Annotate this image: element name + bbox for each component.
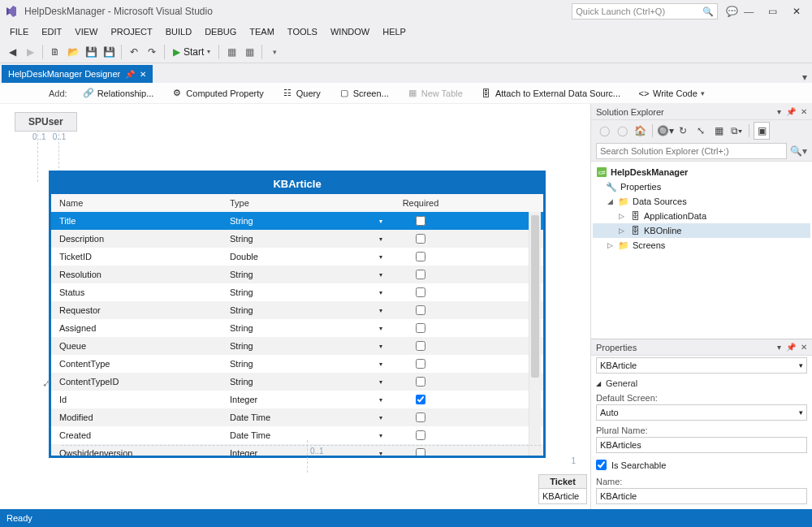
cell-required[interactable] [392, 341, 449, 351]
required-checkbox[interactable] [416, 413, 425, 422]
entity-row[interactable]: StatusString▾ [51, 283, 543, 301]
panel-menu-icon[interactable]: ▾ [777, 107, 781, 116]
type-dropdown-icon[interactable]: ▾ [379, 289, 392, 296]
entity-ticket[interactable]: Ticket KBArticle [538, 474, 587, 504]
properties-icon[interactable]: ⧉▾ [728, 122, 745, 140]
quick-launch-input[interactable]: Quick Launch (Ctrl+Q) 🔍 [572, 3, 718, 19]
close-button[interactable]: ✕ [786, 6, 807, 18]
required-checkbox[interactable] [416, 341, 425, 351]
screen2-icon[interactable]: ▦ [240, 43, 258, 61]
cmd-attach-external[interactable]: 🗄 Attach to External Data Sourc... [473, 85, 628, 102]
nav-forward-icon[interactable]: ▶ [21, 43, 39, 61]
collapse-icon[interactable]: ⤡ [693, 122, 709, 140]
tree-expand-icon[interactable]: ▷ [606, 241, 615, 249]
tree-application-data[interactable]: ▷ 🗄 ApplicationData [593, 209, 810, 223]
panel-menu-icon[interactable]: ▾ [777, 343, 781, 352]
tab-overflow-icon[interactable]: ▾ [802, 71, 812, 83]
entity-row[interactable]: OwshiddenversionInteger▾ [51, 444, 543, 456]
cell-required[interactable] [392, 359, 449, 369]
entity-kbarticle[interactable]: KBArticle Name Type Required TitleString… [49, 171, 546, 458]
entity-row[interactable]: ModifiedDate Time▾ [51, 408, 543, 426]
tab-close-icon[interactable]: ✕ [140, 70, 146, 79]
sync-icon[interactable]: 🔘▾ [657, 122, 673, 140]
cmd-write-code[interactable]: <> Write Code ▾ [631, 85, 712, 102]
menu-help[interactable]: HELP [376, 24, 412, 39]
save-icon[interactable]: 💾 [82, 43, 100, 61]
is-searchable-checkbox[interactable] [596, 460, 607, 470]
required-checkbox[interactable] [416, 216, 425, 226]
show-all-icon[interactable]: ▦ [710, 122, 727, 140]
tree-properties[interactable]: 🔧 Properties [593, 179, 810, 194]
panel-close-icon[interactable]: ✕ [801, 343, 807, 352]
is-searchable-row[interactable]: Is Searchable [596, 460, 807, 470]
type-dropdown-icon[interactable]: ▾ [379, 396, 392, 404]
required-checkbox[interactable] [416, 395, 425, 404]
cloud-icon[interactable]: ▾ [266, 43, 283, 61]
required-checkbox[interactable] [416, 305, 425, 315]
menu-view[interactable]: VIEW [68, 24, 104, 39]
plural-name-input[interactable]: KBArticles [596, 437, 807, 453]
tree-expand-icon[interactable]: ▷ [617, 227, 626, 235]
entity-spuser[interactable]: SPUser [15, 112, 77, 132]
menu-tools[interactable]: TOOLS [281, 24, 324, 39]
type-dropdown-icon[interactable]: ▾ [379, 361, 392, 368]
required-checkbox[interactable] [416, 430, 425, 440]
open-icon[interactable]: 📂 [64, 43, 82, 61]
pin-icon[interactable]: 📌 [786, 107, 796, 116]
type-dropdown-icon[interactable]: ▾ [379, 271, 392, 279]
save-all-icon[interactable]: 💾 [100, 43, 118, 61]
cell-required[interactable] [392, 323, 449, 333]
type-dropdown-icon[interactable]: ▾ [379, 235, 392, 243]
cell-required[interactable] [392, 305, 449, 315]
required-checkbox[interactable] [416, 448, 425, 456]
start-button[interactable]: ▶ Start ▾ [168, 46, 215, 58]
tree-expand-icon[interactable]: ◢ [606, 197, 615, 205]
tree-screens[interactable]: ▷ 📁 Screens [593, 238, 810, 253]
type-dropdown-icon[interactable]: ▾ [379, 307, 392, 314]
cell-required[interactable] [392, 234, 449, 244]
entity-row[interactable]: RequestorString▾ [51, 301, 543, 319]
nav-back-icon[interactable]: ◀ [3, 43, 21, 61]
cmd-screen[interactable]: ▢ Screen... [331, 85, 396, 102]
entity-row[interactable]: ResolutionString▾ [51, 266, 543, 283]
entity-row[interactable]: ContentTypeString▾ [51, 355, 543, 373]
default-screen-select[interactable]: Auto ▾ [596, 404, 807, 421]
required-checkbox[interactable] [416, 252, 425, 261]
type-dropdown-icon[interactable]: ▾ [379, 343, 392, 350]
preview-icon[interactable]: ▣ [754, 122, 770, 140]
required-checkbox[interactable] [416, 234, 425, 244]
menu-team[interactable]: TEAM [243, 24, 281, 39]
type-dropdown-icon[interactable]: ▾ [379, 450, 392, 456]
tree-root[interactable]: c# HelpDeskManager [593, 165, 810, 179]
new-project-icon[interactable]: 🗎 [46, 43, 64, 61]
cell-required[interactable] [392, 377, 449, 387]
required-checkbox[interactable] [416, 377, 425, 387]
cell-required[interactable] [392, 270, 449, 279]
tree-expand-icon[interactable]: ▷ [617, 212, 626, 220]
menu-debug[interactable]: DEBUG [198, 24, 243, 39]
cell-required[interactable] [392, 430, 449, 440]
entity-row[interactable]: IdInteger▾ [51, 391, 543, 408]
type-dropdown-icon[interactable]: ▾ [379, 414, 392, 421]
required-checkbox[interactable] [416, 287, 425, 297]
entity-row[interactable]: AssignedString▾ [51, 319, 543, 337]
type-dropdown-icon[interactable]: ▾ [379, 218, 392, 225]
redo-icon[interactable]: ↷ [143, 43, 161, 61]
cmd-computed-property[interactable]: ⚙ Computed Property [164, 85, 270, 102]
cell-required[interactable] [392, 395, 449, 404]
required-checkbox[interactable] [416, 359, 425, 369]
required-checkbox[interactable] [416, 270, 425, 279]
type-dropdown-icon[interactable]: ▾ [379, 253, 392, 261]
entity-row[interactable]: TicketIDDouble▾ [51, 248, 543, 266]
properties-object-selector[interactable]: KBArticle ▾ [596, 357, 807, 374]
menu-edit[interactable]: EDIT [35, 24, 68, 39]
back-icon[interactable]: ◯ [596, 122, 612, 140]
forward-icon[interactable]: ◯ [614, 122, 630, 140]
feedback-icon[interactable]: 💬 [726, 6, 738, 17]
menu-window[interactable]: WINDOW [324, 24, 376, 39]
cell-required[interactable] [392, 216, 449, 226]
type-dropdown-icon[interactable]: ▾ [379, 378, 392, 386]
designer-canvas[interactable]: SPUser 0..10..1 KBArticle Name Type Requ… [0, 104, 590, 509]
cmd-query[interactable]: ☷ Query [274, 85, 328, 102]
pin-icon[interactable]: 📌 [125, 70, 135, 79]
